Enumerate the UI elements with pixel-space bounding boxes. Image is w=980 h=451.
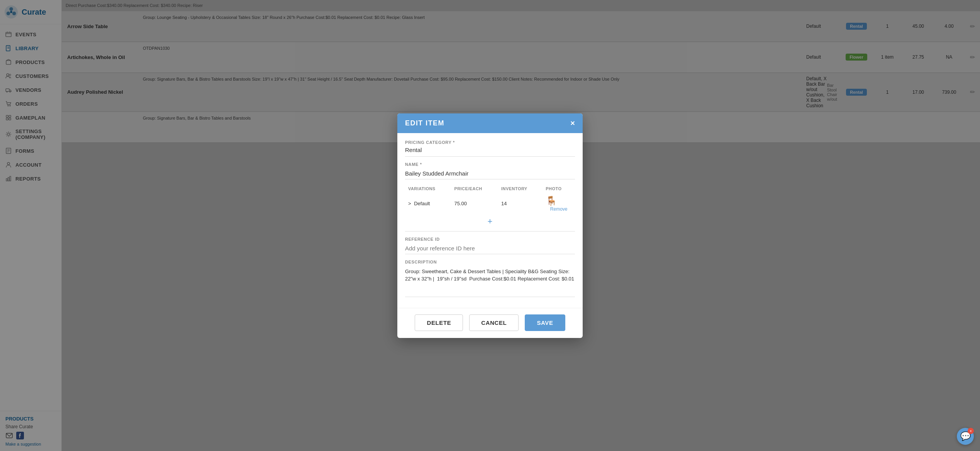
remove-link[interactable]: Remove	[546, 206, 572, 212]
chat-close-badge: ×	[968, 428, 974, 434]
delete-button[interactable]: DELETE	[415, 314, 463, 331]
modal-header: EDIT ITEM ×	[397, 113, 583, 133]
reference-id-label: REFERENCE ID	[405, 237, 575, 242]
pricing-category-label: PRICING CATEGORY *	[405, 140, 575, 145]
variation-photo: 🪑 Remove	[543, 193, 575, 215]
variation-inventory: 14	[498, 193, 543, 215]
photo-col-header: PHOTO	[543, 185, 575, 193]
inventory-col-header: INVENTORY	[498, 185, 543, 193]
variations-col-header: VARIATIONS	[405, 185, 451, 193]
save-button[interactable]: SAVE	[525, 314, 565, 331]
price-col-header: PRICE/EACH	[451, 185, 498, 193]
variation-price: 75.00	[451, 193, 498, 215]
description-label: DESCRIPTION	[405, 260, 575, 264]
pricing-category-field: PRICING CATEGORY * Rental	[405, 140, 575, 157]
description-field: DESCRIPTION Group: Sweetheart, Cake & De…	[405, 260, 575, 299]
variations-table: VARIATIONS PRICE/EACH INVENTORY PHOTO > …	[405, 185, 575, 215]
chair-icon: 🪑	[546, 196, 557, 206]
pricing-category-value: Rental	[405, 147, 575, 157]
cancel-button[interactable]: CANCEL	[469, 314, 519, 331]
reference-id-input[interactable]	[405, 243, 575, 254]
variation-name: > Default	[405, 193, 451, 215]
modal-footer: DELETE CANCEL SAVE	[397, 308, 583, 338]
name-label: NAME *	[405, 162, 575, 167]
modal-title: EDIT ITEM	[405, 119, 444, 127]
variation-row: > Default 75.00 14 🪑 Remove	[405, 193, 575, 215]
description-textarea[interactable]: Group: Sweetheart, Cake & Dessert Tables…	[405, 266, 575, 297]
edit-item-modal: EDIT ITEM × PRICING CATEGORY * Rental NA…	[397, 113, 583, 338]
reference-id-field: REFERENCE ID	[405, 237, 575, 254]
name-field: NAME *	[405, 162, 575, 179]
modal-body: PRICING CATEGORY * Rental NAME * VARIATI…	[397, 133, 583, 308]
name-input[interactable]	[405, 169, 575, 179]
variations-section: VARIATIONS PRICE/EACH INVENTORY PHOTO > …	[405, 185, 575, 231]
modal-close-button[interactable]: ×	[570, 119, 575, 128]
add-variation-button[interactable]: +	[488, 216, 493, 226]
modal-overlay: EDIT ITEM × PRICING CATEGORY * Rental NA…	[0, 0, 980, 451]
chat-bubble[interactable]: 💬 ×	[957, 428, 974, 445]
